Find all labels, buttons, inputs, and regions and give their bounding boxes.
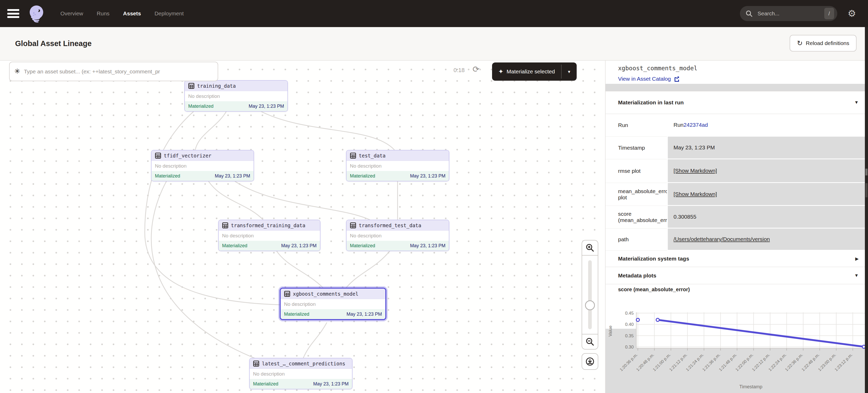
edge [346,250,391,288]
panel-horizontal-scrollbar[interactable] [606,84,865,91]
nav-link-overview[interactable]: Overview [60,10,83,17]
table-icon [253,360,259,367]
node-status: Materialized [350,173,375,179]
chevron-down-icon: ▼ [854,273,859,278]
node-name: latest_…_comment_predictions [262,361,345,366]
edge [195,111,226,150]
reload-label: Reload definitions [806,40,849,46]
chevron-right-icon: ▶ [855,256,859,262]
svg-text:0.35: 0.35 [625,333,634,338]
edge [208,181,263,220]
node-body: No description [185,91,287,101]
metadata-key: rmse plot [606,159,667,183]
zoom-controls [582,240,598,350]
metadata-row: path/Users/odetteharary/Documents/versio… [606,229,865,251]
metadata-value: Run 242374ad [667,114,865,137]
asset-node-tfidf_vectorizer[interactable]: tfidf_vectorizerNo descriptionMaterializ… [151,150,254,182]
asset-filter-input[interactable]: ✳ Type an asset subset... (ex: ++latest_… [9,62,218,81]
graph-refresh-icon[interactable]: ⟳ [472,64,479,74]
edge [260,111,395,150]
page-title: Global Asset Lineage [15,39,92,48]
materialization-metadata-table: RunRun 242374adTimestampMay 23, 1:23 PMr… [606,114,865,251]
nav-link-assets[interactable]: Assets [123,10,141,17]
zoom-out-icon [586,337,594,346]
reload-definitions-button[interactable]: ↻ Reload definitions [789,35,857,52]
dagster-logo-icon [26,4,46,24]
asset-filter-placeholder: Type an asset subset... (ex: ++latest_st… [24,68,160,75]
metadata-key: path [606,229,667,251]
node-header: latest_…_comment_predictions [250,358,352,369]
node-status: Materialized [155,173,180,179]
node-body: No description [346,231,449,241]
download-image-button[interactable] [582,353,598,370]
metadata-value: 0.300855 [667,206,865,229]
node-timestamp: May 23, 1:23 PM [410,173,445,179]
search-icon [745,10,753,18]
node-name: training_data [197,83,236,89]
node-timestamp: May 23, 1:23 PM [346,312,382,317]
node-header: training_data [185,81,287,91]
asset-node-transformed_test_data[interactable]: transformed_test_dataNo descriptionMater… [346,220,450,251]
metadata-row: score (mean_absolute_error)0.300855 [606,206,865,229]
asset-lineage-canvas[interactable]: training_dataNo descriptionMaterializedM… [0,61,604,393]
hamburger-menu-icon[interactable] [7,9,19,18]
node-timestamp: May 23, 1:23 PM [249,104,284,109]
metadata-value-link[interactable]: /Users/odetteharary/Documents/version [674,236,770,242]
zoom-slider-track[interactable] [582,256,598,334]
asset-node-transformed_training_data[interactable]: transformed_training_dataNo descriptionM… [218,220,320,251]
search-input[interactable]: Search... / [740,6,837,21]
asset-node-latest__comment_predictions[interactable]: latest_…_comment_predictionsNo descripti… [249,358,352,389]
materialize-dropdown-caret[interactable]: ▼ [562,62,577,81]
asset-graph-icon: ✳ [14,68,20,75]
metadata-row: RunRun 242374ad [606,114,865,137]
svg-text:0.40: 0.40 [625,322,634,327]
metadata-value-link[interactable]: [Show Markdown] [674,168,717,174]
node-description: No description [350,163,381,169]
edge [276,250,323,288]
asset-node-test_data[interactable]: test_dataNo descriptionMaterializedMay 2… [346,150,450,182]
node-status: Materialized [253,381,278,387]
materialize-selected-button[interactable]: ✦ Materialize selected ▼ [492,62,577,81]
edge [234,181,370,220]
metadata-value: [Show Markdown] [667,183,865,206]
section-materialization-in-last-run[interactable]: Materialization in last run ▼ [606,91,865,114]
chevron-down-icon: ▼ [854,100,859,105]
table-icon [155,153,161,159]
node-description: No description [350,233,381,239]
nav-links: Overview Runs Assets Deployment [60,10,184,17]
gear-icon[interactable]: ⚙ [848,9,856,18]
vertical-scrollbar[interactable] [865,27,868,393]
nav-link-runs[interactable]: Runs [97,10,110,17]
section-title: Metadata plots [618,272,656,279]
table-icon [284,291,290,297]
node-footer: MaterializedMay 23, 1:23 PM [250,379,352,389]
node-description: No description [155,163,186,169]
node-status: Materialized [350,243,375,249]
metadata-key: mean_absolute_error plot [606,183,667,206]
metadata-value-link[interactable]: [Show Markdown] [674,191,717,197]
node-body: No description [346,161,449,171]
node-description: No description [188,93,220,99]
section-metadata-plots[interactable]: Metadata plots ▼ [606,267,865,284]
node-header: xgboost_comments_model [281,289,385,299]
zoom-in-button[interactable] [582,240,598,256]
asset-node-xgboost_comments_model[interactable]: xgboost_comments_modelNo descriptionMate… [280,288,386,320]
svg-text:Timestamp: Timestamp [739,384,762,389]
nav-link-deployment[interactable]: Deployment [154,10,184,17]
external-link-icon [674,76,680,82]
view-in-asset-catalog-link[interactable]: View in Asset Catalog [618,76,680,82]
zoom-slider-handle[interactable] [585,300,595,310]
section-materialization-system-tags[interactable]: Materialization system tags ▶ [606,251,865,267]
node-name: tfidf_vectorizer [164,153,211,159]
node-description: No description [253,371,285,377]
node-header: tfidf_vectorizer [152,151,254,161]
node-name: transformed_test_data [359,223,421,228]
node-footer: MaterializedMay 23, 1:23 PM [219,241,320,251]
run-id-link[interactable]: 242374ad [684,122,708,128]
svg-text:Value: Value [608,326,613,336]
metadata-plot-title: score (mean_absolute_error) [618,287,690,293]
top-navbar: Overview Runs Assets Deployment Search..… [0,0,868,27]
zoom-out-button[interactable] [582,334,598,349]
node-status: Materialized [284,312,309,317]
asset-node-training_data[interactable]: training_dataNo descriptionMaterializedM… [184,80,288,112]
